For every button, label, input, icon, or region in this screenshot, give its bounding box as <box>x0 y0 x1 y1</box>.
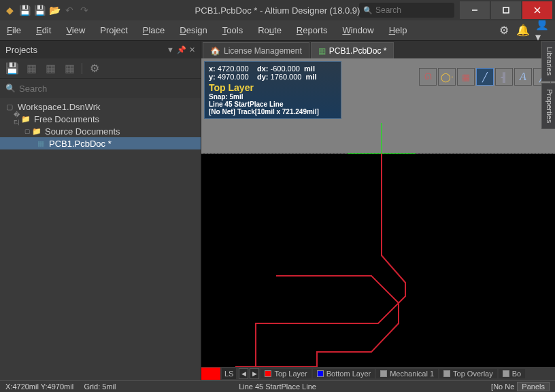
line-icon[interactable]: ╱ <box>476 68 494 86</box>
menu-edit[interactable]: Edit <box>36 25 51 35</box>
layer-tabs: LS ◀ ▶ Top Layer Bottom Layer Mechanical… <box>201 367 555 380</box>
panel-toolbar: 💾 ▦ ▦ ▦ ⚙ <box>0 58 201 79</box>
menu-window[interactable]: Window <box>342 25 373 35</box>
undo-icon[interactable]: ↶ <box>63 3 76 17</box>
layer-tab-bottom[interactable]: Bottom Layer <box>313 369 375 378</box>
place-toolbar: ᘏ ◯ᐧ ▦ ╱ ╢ A ╱ <box>419 68 551 87</box>
toolbar-compile-icon[interactable]: ▦ <box>24 62 38 75</box>
user-icon[interactable]: 👤▾ <box>536 24 548 37</box>
bulb-icon[interactable]: ◯ᐧ <box>438 68 456 86</box>
menu-design[interactable]: Design <box>180 25 207 35</box>
panel-dropdown-icon[interactable]: ▼ <box>167 46 174 54</box>
maximize-button[interactable] <box>491 1 521 19</box>
layer-tab-mechanical[interactable]: Mechanical 1 <box>376 369 438 378</box>
projects-panel: Projects ▼ 📌 ✕ 💾 ▦ ▦ ▦ ⚙ 🔍 ▢ Workspace1.… <box>0 41 201 380</box>
folder-icon: 📁 <box>20 114 31 124</box>
menu-view[interactable]: View <box>66 25 85 35</box>
layer-tab-top[interactable]: Top Layer <box>260 369 311 378</box>
close-button[interactable] <box>522 1 552 19</box>
open-icon[interactable]: 📂 <box>48 3 61 17</box>
menu-reports[interactable]: Reports <box>297 25 328 35</box>
right-collapsed-panels: Libraries Properties <box>541 41 555 130</box>
save-all-icon[interactable]: 💾 <box>33 3 46 17</box>
tab-libraries[interactable]: Libraries <box>541 41 555 82</box>
layer-next-button[interactable]: ▶ <box>250 368 259 379</box>
pcb-canvas[interactable]: ᘏ ◯ᐧ ▦ ╱ ╢ A ╱ x: 4720.000 dx: -600.000 … <box>201 58 555 380</box>
menu-route[interactable]: Route <box>258 25 282 35</box>
panels-button[interactable]: Panels <box>517 382 550 391</box>
pcb-icon: ▦ <box>318 46 326 56</box>
project-tree: ▢ Workspace1.DsnWrk �티 📁 Free Documents … <box>0 98 201 380</box>
toolbar-save-icon[interactable]: 💾 <box>5 62 19 75</box>
menu-file[interactable]: File <box>7 25 21 35</box>
mask-icon[interactable]: ▦ <box>457 68 475 86</box>
dimension-icon[interactable]: ╢ <box>495 68 513 86</box>
app-icon: ◆ <box>3 3 16 17</box>
pcb-drawing <box>201 58 555 380</box>
tree-source-documents[interactable]: ▢ 📁 Source Documents <box>0 125 201 137</box>
save-icon[interactable]: 💾 <box>18 3 31 17</box>
layer-prev-button[interactable]: ◀ <box>239 368 248 379</box>
status-net: [No Ne <box>491 382 514 391</box>
toolbar-gear-icon[interactable]: ⚙ <box>88 62 101 75</box>
titlebar: ◆ 💾 💾 📂 ↶ ↷ PCB1.PcbDoc * - Altium Desig… <box>0 0 555 20</box>
global-search-input[interactable] <box>375 5 450 15</box>
tab-properties[interactable]: Properties <box>541 83 555 129</box>
menu-place[interactable]: Place <box>143 25 165 35</box>
menu-project[interactable]: Project <box>100 25 127 35</box>
pcb-doc-icon: ▦ <box>35 139 46 148</box>
net-icon[interactable]: ᘏ <box>419 68 437 86</box>
panel-pin-icon[interactable]: 📌 <box>177 46 186 54</box>
collapse-icon[interactable]: ▢ <box>24 128 31 135</box>
settings-icon[interactable]: ⚙ <box>498 24 510 37</box>
svg-rect-1 <box>503 7 509 13</box>
layer-tab-overlay[interactable]: Top Overlay <box>439 369 497 378</box>
minimize-button[interactable] <box>460 1 490 19</box>
home-icon: 🏠 <box>210 46 220 56</box>
collapse-icon[interactable]: �티 <box>14 111 20 127</box>
toolbar-add-icon[interactable]: ▦ <box>44 62 57 75</box>
document-tabs: 🏠 License Management ▦ PCB1.PcbDoc * <box>201 41 555 58</box>
panel-title: Projects <box>5 45 37 55</box>
panel-search-input[interactable] <box>16 84 195 94</box>
status-coords: X:4720mil Y:4970mil Grid: 5mil <box>5 382 116 391</box>
text-icon[interactable]: A <box>514 68 532 86</box>
tree-free-documents[interactable]: �티 📁 Free Documents <box>0 113 201 125</box>
search-icon: 🔍 <box>363 6 373 15</box>
tab-pcb[interactable]: ▦ PCB1.PcbDoc * <box>311 42 394 58</box>
main-area: 🏠 License Management ▦ PCB1.PcbDoc * ᘏ ◯… <box>201 41 555 380</box>
tree-workspace[interactable]: ▢ Workspace1.DsnWrk <box>0 101 201 113</box>
menu-tools[interactable]: Tools <box>222 25 243 35</box>
global-search[interactable]: 🔍 <box>359 3 454 18</box>
notifications-icon[interactable]: 🔔 <box>517 24 529 37</box>
folder-icon: 📁 <box>31 126 42 136</box>
panel-search: 🔍 <box>0 79 201 98</box>
panel-search-icon: 🔍 <box>5 84 16 93</box>
layer-tab-bo[interactable]: Bo <box>499 369 525 378</box>
workspace-icon: ▢ <box>4 102 15 111</box>
redo-icon[interactable]: ↷ <box>78 3 91 17</box>
tree-active-document[interactable]: ▦ PCB1.PcbDoc * <box>0 137 201 149</box>
window-title: PCB1.PcbDoc * - Altium Designer (18.0.9) <box>195 5 360 16</box>
panel-header: Projects ▼ 📌 ✕ <box>0 41 201 58</box>
statusbar: X:4720mil Y:4970mil Grid: 5mil Line 45 S… <box>0 380 555 392</box>
tab-license[interactable]: 🏠 License Management <box>203 42 309 58</box>
current-layer-swatch <box>201 368 220 380</box>
panel-close-icon[interactable]: ✕ <box>189 46 195 54</box>
menu-help[interactable]: Help <box>389 25 407 35</box>
status-message: Line 45 StartPlace Line <box>239 382 316 391</box>
menubar: File Edit View Project Place Design Tool… <box>0 20 555 41</box>
toolbar-remove-icon[interactable]: ▦ <box>63 62 76 75</box>
layer-set-button[interactable]: LS <box>222 368 236 379</box>
